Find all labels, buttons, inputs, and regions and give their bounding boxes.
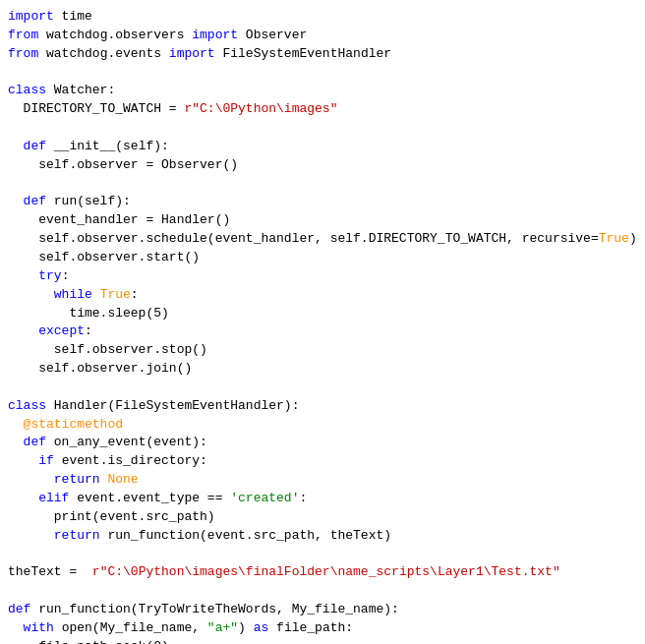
code-line: self.observer = Observer(): [8, 156, 637, 175]
code-line: class Watcher:: [8, 82, 637, 100]
code-line: from watchdog.events import FileSystemEv…: [8, 45, 637, 64]
code-editor: import timefrom watchdog.observers impor…: [0, 4, 645, 644]
code-line: [8, 379, 637, 397]
code-line: from watchdog.observers import Observer: [8, 27, 637, 45]
code-line: [8, 175, 637, 194]
code-line: DIRECTORY_TO_WATCH = r"C:\0Python\images…: [8, 100, 637, 119]
code-line: file_path.seek(0): [8, 638, 637, 644]
code-line: self.observer.schedule(event_handler, se…: [8, 230, 637, 249]
code-line: @staticmethod: [8, 416, 637, 435]
code-line: self.observer.start(): [8, 249, 637, 267]
code-line: theText = r"C:\0Python\images\finalFolde…: [8, 563, 637, 582]
code-line: except:: [8, 322, 637, 341]
code-line: time.sleep(5): [8, 305, 637, 323]
code-line: return None: [8, 471, 637, 490]
code-line: [8, 119, 637, 138]
code-line: try:: [8, 267, 637, 286]
code-line: while True:: [8, 286, 637, 305]
code-line: def __init__(self):: [8, 138, 637, 156]
code-line: def run(self):: [8, 193, 637, 211]
code-line: with open(My_file_name, "a+") as file_pa…: [8, 619, 637, 638]
code-line: self.observer.stop(): [8, 341, 637, 360]
code-line: if event.is_directory:: [8, 452, 637, 471]
code-line: def on_any_event(event):: [8, 434, 637, 452]
code-line: [8, 582, 637, 601]
code-line: print(event.src_path): [8, 508, 637, 527]
code-line: [8, 545, 637, 563]
code-line: event_handler = Handler(): [8, 211, 637, 230]
code-line: self.observer.join(): [8, 360, 637, 379]
code-line: class Handler(FileSystemEventHandler):: [8, 397, 637, 416]
code-line: def run_function(TryToWriteTheWords, My_…: [8, 601, 637, 619]
code-line: [8, 64, 637, 83]
code-line: elif event.event_type == 'created':: [8, 490, 637, 508]
code-line: import time: [8, 8, 637, 27]
code-line: return run_function(event.src_path, theT…: [8, 527, 637, 546]
